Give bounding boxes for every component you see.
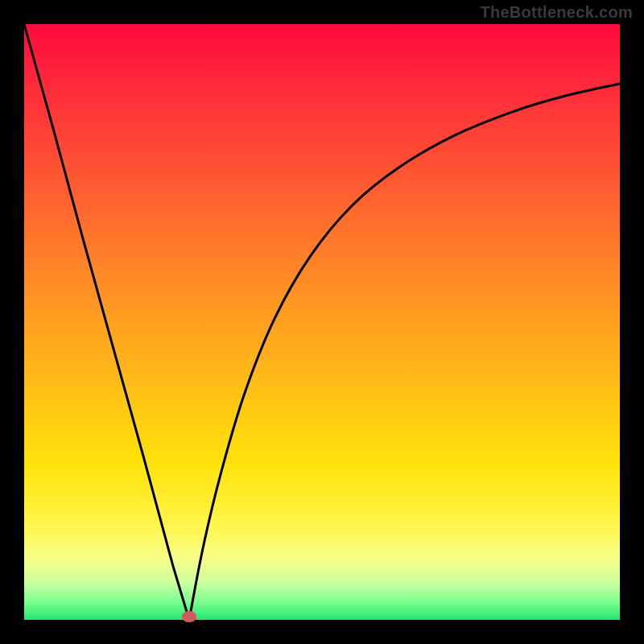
minimum-marker — [182, 611, 196, 622]
plot-area — [24, 24, 620, 620]
curve-left-branch — [24, 24, 189, 620]
chart-frame: TheBottleneck.com — [0, 0, 644, 644]
watermark-text: TheBottleneck.com — [480, 3, 633, 22]
curve-right-branch — [189, 84, 620, 620]
bottleneck-curve — [24, 24, 620, 620]
